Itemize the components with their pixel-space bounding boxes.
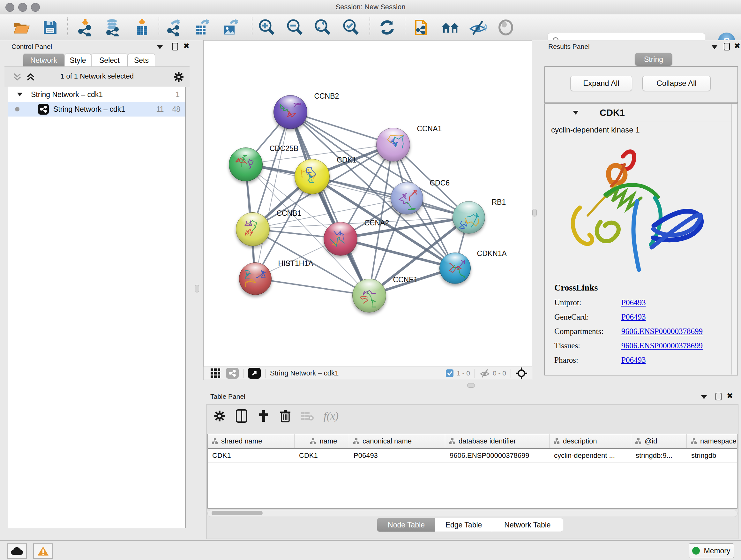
cloud-button[interactable]	[7, 543, 27, 559]
scrollbar-thumb[interactable]	[212, 511, 263, 515]
column-header-id[interactable]: @id	[631, 434, 687, 448]
results-tab-string[interactable]: String	[635, 53, 672, 66]
crosslink-genecard-link[interactable]: P06493	[621, 313, 646, 321]
import-table-file-button[interactable]	[133, 18, 151, 37]
show-columns-icon[interactable]	[235, 409, 248, 423]
column-header-shared-name[interactable]: shared name	[208, 434, 294, 448]
birds-eye-crosshair-icon[interactable]	[515, 367, 528, 379]
hidden-eye-icon[interactable]	[479, 368, 490, 378]
table-panel-menu-caret[interactable]	[701, 395, 707, 400]
zoom-selected-button[interactable]	[342, 18, 360, 37]
horizontal-splitter-handle[interactable]	[467, 383, 475, 388]
network-node-CCNE1[interactable]	[352, 279, 386, 313]
collapse-all-button[interactable]: Collapse All	[643, 76, 711, 91]
crosslink-pharos-link[interactable]: P06493	[621, 356, 646, 365]
expand-all-button[interactable]: Expand All	[570, 76, 632, 91]
left-splitter-handle[interactable]	[195, 285, 199, 293]
export-image-button[interactable]	[221, 18, 240, 37]
network-node-CDKN1A[interactable]	[440, 253, 471, 284]
cell-description[interactable]: cyclin-dependent ...	[549, 449, 631, 462]
network-node-CCNB2[interactable]	[273, 95, 307, 129]
zoom-out-button[interactable]	[286, 18, 305, 37]
column-header-description[interactable]: description	[549, 434, 631, 448]
table-settings-gear-icon[interactable]	[213, 410, 226, 422]
column-header-canonical-name[interactable]: canonical name	[349, 434, 445, 448]
table-row[interactable]: CDK1 CDK1 P06493 9606.ENSP00000378699 cy…	[208, 449, 737, 462]
tab-sets[interactable]: Sets	[128, 54, 155, 67]
crosslink-uniprot-link[interactable]: P06493	[621, 298, 646, 307]
cell-shared-name[interactable]: CDK1	[208, 449, 294, 462]
share-document-button[interactable]	[412, 18, 431, 37]
zoom-in-button[interactable]	[258, 18, 276, 37]
import-network-file-button[interactable]	[77, 18, 95, 37]
add-column-icon[interactable]	[257, 409, 270, 423]
tab-network[interactable]: Network	[23, 54, 64, 67]
network-node-CDC6[interactable]	[391, 182, 423, 214]
control-panel-float-button[interactable]	[172, 43, 178, 52]
results-panel-close-button[interactable]: ✖	[734, 43, 740, 49]
grayed-eye-button[interactable]	[496, 18, 515, 37]
cell-namespace[interactable]: stringdb	[687, 449, 738, 462]
network-node-RB1[interactable]	[453, 201, 485, 234]
network-node-HIST1H1A[interactable]	[239, 262, 272, 295]
selected-nodes-checkbox-icon[interactable]	[445, 369, 454, 378]
tab-style[interactable]: Style	[64, 54, 91, 67]
right-splitter-handle[interactable]	[532, 209, 537, 216]
network-node-CCNB1[interactable]	[236, 212, 270, 246]
open-session-button[interactable]	[12, 18, 30, 37]
tab-node-table[interactable]: Node Table	[377, 518, 435, 532]
delete-column-trash-icon[interactable]	[280, 409, 291, 423]
crosslink-row: Tissues: 9606.ENSP00000378699	[554, 341, 728, 350]
network-node-CCNA1[interactable]	[376, 128, 410, 162]
open-in-new-window-icon[interactable]	[248, 368, 261, 379]
control-panel-close-button[interactable]: ✖	[183, 43, 190, 49]
save-session-button[interactable]	[41, 18, 59, 37]
cell-database-identifier[interactable]: 9606.ENSP00000378699	[445, 449, 549, 462]
network-node-CDK1[interactable]	[294, 159, 330, 194]
network-node-CDC25B[interactable]	[229, 147, 263, 181]
tab-select[interactable]: Select	[91, 54, 128, 67]
network-node-CCNA2[interactable]	[324, 222, 357, 256]
refresh-button[interactable]	[378, 18, 396, 37]
grid-view-icon[interactable]	[210, 368, 221, 379]
warnings-button[interactable]	[33, 543, 53, 559]
collection-expand-caret[interactable]	[17, 93, 22, 97]
control-panel-menu-caret[interactable]	[157, 45, 163, 51]
network-collection-row[interactable]: String Network – cdk1 1	[8, 87, 185, 102]
network-row-selected[interactable]: String Network – cdk1 11 48	[8, 102, 185, 117]
cell-id[interactable]: stringdb:9...	[631, 449, 687, 462]
table-panel-close-button[interactable]: ✖	[727, 393, 733, 399]
cell-name[interactable]: CDK1	[294, 449, 349, 462]
network-node-label-CDC25B: CDC25B	[269, 144, 298, 153]
toolbar-separator	[369, 17, 370, 37]
results-scrollbar-track[interactable]	[731, 105, 737, 374]
entry-header-row[interactable]: CDK1	[545, 104, 738, 122]
hide-unhide-button[interactable]	[468, 18, 487, 37]
tab-edge-table[interactable]: Edge Table	[435, 518, 492, 532]
network-share-icon[interactable]	[226, 368, 239, 379]
open-folder-icon	[13, 20, 30, 35]
column-header-name[interactable]: name	[294, 434, 349, 448]
export-network-button[interactable]	[165, 18, 184, 37]
memory-button[interactable]: Memory	[689, 543, 734, 558]
refresh-icon	[379, 19, 396, 36]
home-button[interactable]	[441, 18, 460, 37]
results-panel-float-button[interactable]	[724, 43, 730, 52]
export-table-button[interactable]	[193, 18, 212, 37]
column-header-database-identifier[interactable]: database identifier	[445, 434, 549, 448]
network-edge-HIST1H1A-CCNE1[interactable]	[255, 278, 369, 295]
crosslink-tissues-link[interactable]: 9606.ENSP00000378699	[621, 341, 703, 350]
import-network-database-button[interactable]	[104, 18, 122, 37]
protein-thumbnail-scribble	[459, 208, 479, 229]
entry-collapse-caret[interactable]	[573, 111, 579, 115]
results-panel-menu-caret[interactable]	[712, 45, 718, 51]
table-horizontal-scrollbar[interactable]	[207, 510, 738, 517]
network-view-canvas[interactable]: CCNB2CCNA1CDC25BCDK1CDC6RB1CCNB1CCNA2CDK…	[203, 40, 532, 367]
column-header-namespace[interactable]: namespace	[687, 434, 738, 448]
crosslink-compartments-link[interactable]: 9606.ENSP00000378699	[621, 327, 703, 336]
table-panel-float-button[interactable]	[716, 393, 722, 401]
tab-network-table[interactable]: Network Table	[492, 518, 563, 532]
cell-canonical-name[interactable]: P06493	[349, 449, 445, 462]
network-options-gear-icon[interactable]	[173, 71, 185, 83]
zoom-fit-button[interactable]	[314, 18, 332, 37]
